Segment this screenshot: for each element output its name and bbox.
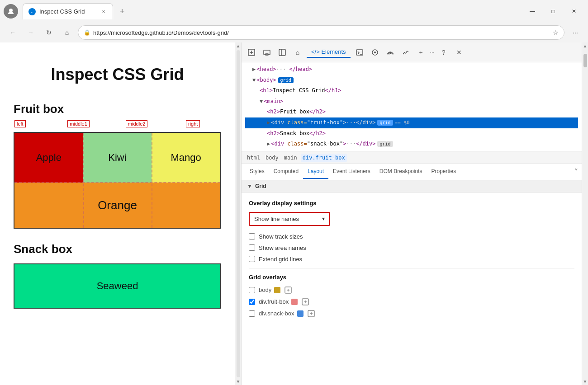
fruit-box-wrapper: left middle1 middle2 right Apple Kiwi xyxy=(14,132,221,229)
sources-icon[interactable] xyxy=(369,46,381,59)
home-icon[interactable]: ⌂ xyxy=(291,46,304,59)
section-content: Overlay display settings Show line names… xyxy=(242,192,582,329)
fruit-grid-cells: Apple Kiwi Mango Orange xyxy=(14,133,220,228)
more-button[interactable]: ··· xyxy=(568,25,583,40)
tab-event-listeners[interactable]: Event Listeners xyxy=(328,164,375,179)
forward-button[interactable]: → xyxy=(24,25,38,40)
dropdown-value: Show line names xyxy=(254,216,299,222)
inspect-element-icon[interactable] xyxy=(245,46,258,59)
panel-expand-icon[interactable]: ˅ xyxy=(574,168,578,176)
overlay-fruit-box-checkbox[interactable] xyxy=(249,299,255,305)
active-tab[interactable]: e Inspect CSS Grid × xyxy=(23,3,113,19)
apple-cell: Apple xyxy=(14,133,83,183)
webpage-content: Inspect CSS Grid Fruit box left middle1 … xyxy=(0,42,235,385)
network-icon[interactable] xyxy=(384,46,397,59)
extend-grid-lines-row: Extend grid lines xyxy=(249,256,574,263)
dropdown-container: Show line names ▾ xyxy=(249,212,574,226)
breadcrumb-body[interactable]: body xyxy=(264,154,280,162)
minimize-button[interactable]: — xyxy=(522,4,543,19)
profile-icon[interactable] xyxy=(4,4,18,19)
add-panel-icon[interactable]: + xyxy=(415,46,427,59)
tree-head[interactable]: ▶<head>··· </head> xyxy=(245,64,578,75)
breadcrumb-active[interactable]: div.fruit-box xyxy=(301,154,347,162)
overlay-snack-box-color[interactable] xyxy=(297,310,303,317)
address-bar: ← → ↻ ⌂ 🔒 https://microsoftedge.github.i… xyxy=(0,23,588,42)
tab-dom-breakpoints[interactable]: DOM Breakpoints xyxy=(375,164,427,179)
show-area-names-label[interactable]: Show area names xyxy=(259,244,306,251)
show-track-sizes-row: Show track sizes xyxy=(249,233,574,240)
label-middle2: middle2 xyxy=(126,120,148,127)
show-track-sizes-checkbox[interactable] xyxy=(249,233,255,239)
overlay-snack-box-row: div.snack-box xyxy=(249,310,574,318)
overlay-body-target-icon[interactable] xyxy=(284,286,292,294)
svg-point-13 xyxy=(374,52,376,53)
grid-section-header[interactable]: ▼ Grid xyxy=(242,180,582,192)
window-controls: — □ ✕ xyxy=(522,4,584,19)
bookmark-icon[interactable]: ☆ xyxy=(553,29,559,36)
devtools-panel: ⌂ </> Elements + ··· ? ✕ xyxy=(242,42,582,385)
devtools-close-icon[interactable]: ✕ xyxy=(453,46,465,59)
help-icon[interactable]: ? xyxy=(437,46,450,59)
back-button[interactable]: ← xyxy=(5,25,20,40)
seaweed-cell: Seaweed xyxy=(14,263,221,309)
tree-snack-div[interactable]: ▶<div class="snack-box">···</div>grid xyxy=(245,139,578,150)
tab-computed[interactable]: Computed xyxy=(269,164,303,179)
webpage-scrollbar[interactable]: ▲ ▼ xyxy=(235,42,242,385)
tree-h2-fruit[interactable]: <h2>Fruit box</h2> xyxy=(245,107,578,117)
fruit-box-title: Fruit box xyxy=(14,102,221,116)
overlay-body-label[interactable]: body xyxy=(259,286,271,293)
show-track-sizes-label[interactable]: Show track sizes xyxy=(259,233,303,240)
overlay-body-checkbox[interactable] xyxy=(249,287,255,293)
devtools-scrollbar[interactable]: ▲ ▼ xyxy=(582,42,588,385)
home-button[interactable]: ⌂ xyxy=(60,25,74,40)
overlay-snack-box-label[interactable]: div.snack-box xyxy=(259,310,294,317)
layout-panel: ▼ Grid Overlay display settings Show lin… xyxy=(242,180,582,385)
tree-main[interactable]: ▼<main> xyxy=(245,96,578,107)
more-panels-icon[interactable]: ··· xyxy=(430,49,435,56)
lock-icon: 🔒 xyxy=(84,29,90,36)
tab-favicon: e xyxy=(28,8,36,15)
overlay-fruit-box-color[interactable] xyxy=(291,299,298,305)
tab-layout[interactable]: Layout xyxy=(303,164,328,179)
breadcrumb-main[interactable]: main xyxy=(282,154,299,162)
show-area-names-row: Show area names xyxy=(249,244,574,251)
tab-title: Inspect CSS Grid xyxy=(39,8,96,15)
tree-fruit-div[interactable]: ▶<div class="fruit-box">···</div>grid== … xyxy=(245,117,578,128)
tab-bar: e Inspect CSS Grid × + xyxy=(23,3,522,19)
kiwi-cell: Kiwi xyxy=(83,133,152,183)
orange-cell: Orange xyxy=(14,183,220,228)
device-toolbar-icon[interactable] xyxy=(261,46,273,59)
breadcrumb-html[interactable]: html xyxy=(245,154,262,162)
overlay-body-color[interactable] xyxy=(274,287,280,293)
overlay-snack-box-checkbox[interactable] xyxy=(249,310,255,317)
divider xyxy=(249,268,574,268)
overlay-fruit-box-target-icon[interactable] xyxy=(301,298,309,306)
reload-button[interactable]: ↻ xyxy=(42,25,56,40)
grid-overlays-title: Grid overlays xyxy=(249,274,574,281)
overlay-fruit-box-label[interactable]: div.fruit-box xyxy=(259,298,289,305)
page-title: Inspect CSS Grid xyxy=(14,65,221,84)
show-area-names-checkbox[interactable] xyxy=(249,244,255,251)
tree-body[interactable]: ▼<body>grid xyxy=(245,75,578,86)
maximize-button[interactable]: □ xyxy=(543,4,564,19)
elements-tab[interactable]: </> Elements xyxy=(307,47,351,58)
main-area: Inspect CSS Grid Fruit box left middle1 … xyxy=(0,42,588,385)
tab-styles[interactable]: Styles xyxy=(245,164,269,179)
toggle-sidebar-icon[interactable] xyxy=(276,46,289,59)
mango-cell: Mango xyxy=(152,133,220,183)
new-tab-button[interactable]: + xyxy=(115,4,129,19)
show-line-names-dropdown[interactable]: Show line names ▾ xyxy=(249,212,330,226)
console-icon[interactable] xyxy=(353,46,366,59)
close-button[interactable]: ✕ xyxy=(564,4,584,19)
extend-grid-lines-checkbox[interactable] xyxy=(249,256,255,262)
overlay-snack-box-target-icon[interactable] xyxy=(307,310,315,318)
tree-h1[interactable]: <h1>Inspect CSS Grid</h1> xyxy=(245,85,578,96)
url-bar[interactable]: 🔒 https://microsoftedge.github.io/Demos/… xyxy=(78,25,564,40)
tree-h2-snack[interactable]: <h2>Snack box</h2> xyxy=(245,128,578,139)
title-bar: e Inspect CSS Grid × + — □ ✕ xyxy=(0,0,588,23)
tab-properties[interactable]: Properties xyxy=(427,164,461,179)
extend-grid-lines-label[interactable]: Extend grid lines xyxy=(259,256,302,263)
section-collapse-arrow: ▼ xyxy=(247,183,252,189)
tab-close-button[interactable]: × xyxy=(100,8,107,15)
performance-icon[interactable] xyxy=(399,46,412,59)
